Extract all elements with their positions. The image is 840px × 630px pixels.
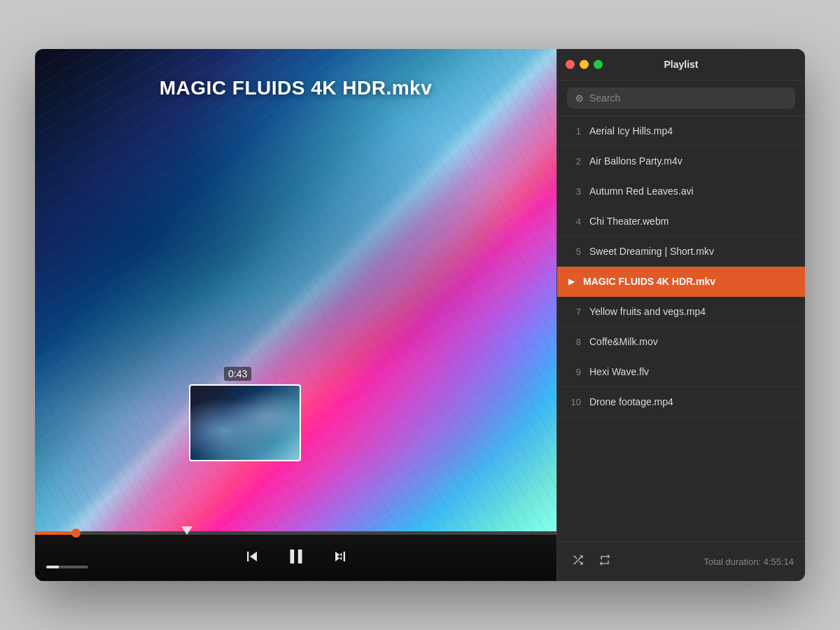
- playlist-item[interactable]: 2 Air Ballons Party.m4v: [557, 146, 805, 176]
- playlist-item[interactable]: 5 Sweet Dreaming | Short.mkv: [557, 237, 805, 267]
- item-number: 3: [568, 186, 581, 197]
- playlist-item[interactable]: 10 Drone footage.mp4: [557, 387, 805, 417]
- repeat-icon: [598, 553, 612, 567]
- item-name: Hexi Wave.flv: [589, 366, 794, 377]
- window-controls: [566, 60, 603, 69]
- playlist-title: Playlist: [664, 59, 698, 70]
- playlist-item[interactable]: 4 Chi Theater.webm: [557, 206, 805, 237]
- playlist-item[interactable]: 3 Autumn Red Leaves.avi: [557, 176, 805, 206]
- player-section: MAGIC FLUIDS 4K HDR.mkv 0:43: [35, 49, 556, 581]
- item-number: 1: [568, 126, 581, 136]
- maximize-button[interactable]: [594, 60, 603, 69]
- item-name: Aerial Icy Hills.mp4: [589, 125, 794, 136]
- shuffle-button[interactable]: [568, 550, 588, 573]
- progress-container[interactable]: [35, 531, 556, 535]
- time-tooltip: 0:43: [224, 367, 251, 381]
- search-icon: ⊜: [575, 92, 584, 104]
- item-number: 8: [568, 337, 581, 347]
- volume-fill: [46, 566, 59, 568]
- item-number: 7: [568, 307, 581, 317]
- pause-icon: [284, 545, 308, 568]
- cursor-indicator: [181, 526, 192, 535]
- next-button[interactable]: [330, 547, 350, 566]
- next-icon: [330, 547, 350, 566]
- pause-button[interactable]: [284, 545, 308, 568]
- prev-icon: [242, 547, 262, 566]
- video-background: MAGIC FLUIDS 4K HDR.mkv 0:43: [35, 49, 556, 531]
- repeat-button[interactable]: [595, 550, 615, 573]
- item-name: Drone footage.mp4: [589, 396, 794, 407]
- app-window: MAGIC FLUIDS 4K HDR.mkv 0:43: [35, 49, 805, 581]
- volume-bar[interactable]: [46, 566, 88, 568]
- playlist-search: ⊜: [557, 80, 805, 116]
- volume-section: [46, 566, 88, 568]
- playlist-section: Playlist ⊜ 1 Aerial Icy Hills.mp4 2 Air …: [556, 49, 805, 581]
- seek-thumbnail: [189, 384, 301, 461]
- item-name: Sweet Dreaming | Short.mkv: [589, 246, 794, 257]
- item-number: 4: [568, 216, 581, 227]
- playlist-item[interactable]: 8 Coffe&Milk.mov: [557, 327, 805, 357]
- playback-controls: [35, 535, 556, 581]
- item-name: Yellow fruits and vegs.mp4: [589, 306, 794, 317]
- prev-button[interactable]: [242, 547, 262, 566]
- playing-indicator: ▶: [568, 276, 575, 286]
- item-number: 9: [568, 367, 581, 377]
- minimize-button[interactable]: [580, 60, 589, 69]
- item-name: Air Ballons Party.m4v: [589, 155, 794, 167]
- close-button[interactable]: [566, 60, 575, 69]
- progress-bar-bg: [35, 531, 556, 535]
- item-number: 10: [568, 397, 581, 407]
- item-name: MAGIC FLUIDS 4K HDR.mkv: [583, 276, 794, 287]
- playlist-titlebar: Playlist: [557, 49, 805, 80]
- item-name: Chi Theater.webm: [589, 216, 794, 227]
- controls-bar: [35, 531, 556, 581]
- search-wrapper: ⊜: [567, 88, 795, 108]
- item-number: 5: [568, 246, 581, 257]
- playlist-items: 1 Aerial Icy Hills.mp4 2 Air Ballons Par…: [557, 116, 805, 541]
- item-number: 2: [568, 156, 581, 167]
- shuffle-icon: [571, 553, 585, 567]
- item-name: Coffe&Milk.mov: [589, 336, 794, 347]
- total-duration: Total duration: 4:55:14: [704, 556, 794, 567]
- playlist-footer: Total duration: 4:55:14: [557, 541, 805, 581]
- playlist-item[interactable]: ▶ MAGIC FLUIDS 4K HDR.mkv: [557, 267, 805, 297]
- playlist-item[interactable]: 9 Hexi Wave.flv: [557, 357, 805, 387]
- playlist-item[interactable]: 7 Yellow fruits and vegs.mp4: [557, 297, 805, 327]
- item-name: Autumn Red Leaves.avi: [589, 186, 794, 197]
- playlist-item[interactable]: 1 Aerial Icy Hills.mp4: [557, 116, 805, 146]
- progress-bar-fill: [35, 531, 77, 535]
- search-input[interactable]: [589, 92, 787, 104]
- video-title: MAGIC FLUIDS 4K HDR.mkv: [35, 77, 556, 99]
